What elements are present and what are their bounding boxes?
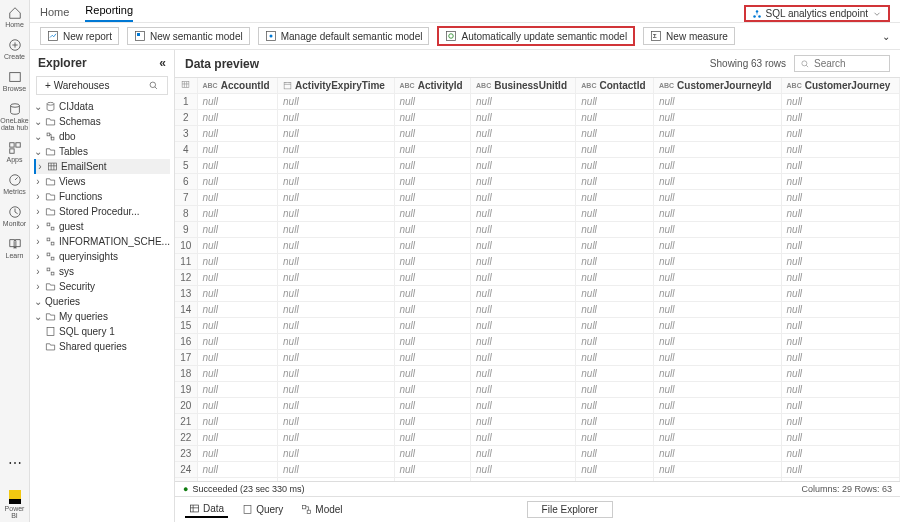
- tree-functions[interactable]: ›Functions: [34, 189, 170, 204]
- nav-monitor[interactable]: Monitor: [1, 202, 29, 230]
- toolbar-expand[interactable]: ⌄: [882, 31, 890, 42]
- tab-data[interactable]: Data: [185, 501, 228, 518]
- svg-text:Σ: Σ: [653, 33, 657, 39]
- tree-qi[interactable]: ›queryinsights: [34, 249, 170, 264]
- nav-browse[interactable]: Browse: [1, 67, 29, 95]
- tab-home[interactable]: Home: [40, 2, 69, 22]
- column-header[interactable]: ABCCustomerJourney: [781, 78, 899, 94]
- svg-rect-31: [51, 272, 54, 275]
- svg-rect-21: [47, 133, 50, 136]
- tree-sql1[interactable]: SQL query 1: [34, 324, 170, 339]
- table-row[interactable]: 1nullnullnullnullnullnullnull: [175, 94, 900, 110]
- auto-update-icon: [445, 30, 457, 42]
- tree-tables[interactable]: ⌄Tables: [34, 144, 170, 159]
- table-row[interactable]: 14nullnullnullnullnullnullnull: [175, 302, 900, 318]
- new-report-button[interactable]: New report: [40, 27, 119, 45]
- table-row[interactable]: 18nullnullnullnullnullnullnull: [175, 366, 900, 382]
- nav-more[interactable]: ⋯: [8, 455, 22, 471]
- svg-rect-32: [47, 327, 54, 335]
- toolbar: New report New semantic model Manage def…: [30, 22, 900, 50]
- warehouses-button[interactable]: + Warehouses: [36, 76, 168, 95]
- table-row[interactable]: 2nullnullnullnullnullnullnull: [175, 110, 900, 126]
- tree-cijdata[interactable]: ⌄CIJdata: [34, 99, 170, 114]
- data-grid[interactable]: ABCAccountIdActivityExpiryTimeABCActivit…: [175, 77, 900, 481]
- search-box[interactable]: [794, 55, 890, 72]
- tab-query[interactable]: Query: [238, 502, 287, 517]
- nav-onelake[interactable]: OneLake data hub: [1, 99, 29, 134]
- svg-rect-34: [182, 82, 189, 88]
- tree-queries[interactable]: ⌄Queries: [34, 294, 170, 309]
- table-row[interactable]: 10nullnullnullnullnullnullnull: [175, 238, 900, 254]
- svg-point-33: [802, 60, 807, 65]
- table-row[interactable]: 20nullnullnullnullnullnullnull: [175, 398, 900, 414]
- explorer-collapse[interactable]: «: [159, 56, 166, 70]
- table-row[interactable]: 22nullnullnullnullnullnullnull: [175, 430, 900, 446]
- tree-emailsent[interactable]: ›EmailSent: [34, 159, 170, 174]
- nav-powerbi[interactable]: Power BI: [1, 487, 29, 522]
- file-explorer-button[interactable]: File Explorer: [527, 501, 613, 518]
- cols-rows-text: Columns: 29 Rows: 63: [801, 484, 892, 494]
- table-row[interactable]: 9nullnullnullnullnullnullnull: [175, 222, 900, 238]
- tab-reporting[interactable]: Reporting: [85, 0, 133, 22]
- endpoint-dropdown[interactable]: SQL analytics endpoint: [744, 5, 890, 22]
- new-semantic-button[interactable]: New semantic model: [127, 27, 250, 45]
- table-row[interactable]: 8nullnullnullnullnullnullnull: [175, 206, 900, 222]
- table-row[interactable]: 13nullnullnullnullnullnullnull: [175, 286, 900, 302]
- folder-icon: [45, 176, 56, 187]
- tree-dbo[interactable]: ⌄dbo: [34, 129, 170, 144]
- column-header[interactable]: ABCActivityId: [394, 78, 471, 94]
- tree-guest[interactable]: ›guest: [34, 219, 170, 234]
- nav-learn[interactable]: Learn: [1, 234, 29, 262]
- tree-info[interactable]: ›INFORMATION_SCHE...: [34, 234, 170, 249]
- new-measure-button[interactable]: ΣNew measure: [643, 27, 735, 45]
- table-row[interactable]: 19nullnullnullnullnullnullnull: [175, 382, 900, 398]
- explorer-pane: Explorer « + Warehouses ⌄CIJdata ⌄Schema…: [30, 50, 175, 522]
- svg-point-19: [150, 82, 156, 88]
- browse-icon: [8, 70, 22, 84]
- report-icon: [47, 30, 59, 42]
- svg-rect-5: [9, 149, 13, 153]
- folder-icon: [45, 341, 56, 352]
- table-row[interactable]: 23nullnullnullnullnullnullnull: [175, 446, 900, 462]
- column-header[interactable]: ABCAccountId: [197, 78, 278, 94]
- table-row[interactable]: 21nullnullnullnullnullnullnull: [175, 414, 900, 430]
- search-input[interactable]: [814, 58, 884, 69]
- tab-model[interactable]: Model: [297, 502, 346, 517]
- nav-create[interactable]: Create: [1, 35, 29, 63]
- column-header[interactable]: ABCContactId: [576, 78, 654, 94]
- tree-security[interactable]: ›Security: [34, 279, 170, 294]
- svg-rect-24: [47, 223, 50, 226]
- table-row[interactable]: 12nullnullnullnullnullnullnull: [175, 270, 900, 286]
- table-row[interactable]: 17nullnullnullnullnullnullnull: [175, 350, 900, 366]
- table-row[interactable]: 15nullnullnullnullnullnullnull: [175, 318, 900, 334]
- table-row[interactable]: 7nullnullnullnullnullnullnull: [175, 190, 900, 206]
- table-row[interactable]: 6nullnullnullnullnullnullnull: [175, 174, 900, 190]
- nav-home[interactable]: Home: [1, 3, 29, 31]
- tree-sys[interactable]: ›sys: [34, 264, 170, 279]
- tree-myqueries[interactable]: ⌄My queries: [34, 309, 170, 324]
- table-row[interactable]: 16nullnullnullnullnullnullnull: [175, 334, 900, 350]
- nav-metrics[interactable]: Metrics: [1, 170, 29, 198]
- column-header[interactable]: ABCCustomerJourneyId: [653, 78, 781, 94]
- column-header[interactable]: ActivityExpiryTime: [278, 78, 394, 94]
- svg-point-8: [755, 10, 758, 13]
- left-nav-rail: Home Create Browse OneLake data hub Apps…: [0, 0, 30, 522]
- manage-default-button[interactable]: Manage default semantic model: [258, 27, 430, 45]
- tree-schemas[interactable]: ⌄Schemas: [34, 114, 170, 129]
- search-icon: [148, 80, 159, 91]
- table-row[interactable]: 5nullnullnullnullnullnullnull: [175, 158, 900, 174]
- tree-stored[interactable]: ›Stored Procedur...: [34, 204, 170, 219]
- table-row[interactable]: 3nullnullnullnullnullnullnull: [175, 126, 900, 142]
- svg-rect-37: [244, 505, 251, 513]
- column-header[interactable]: ABCBusinessUnitId: [471, 78, 576, 94]
- tree-shared[interactable]: Shared queries: [34, 339, 170, 354]
- tree-views[interactable]: ›Views: [34, 174, 170, 189]
- table-row[interactable]: 4nullnullnullnullnullnullnull: [175, 142, 900, 158]
- auto-update-button[interactable]: Automatically update semantic model: [437, 26, 635, 46]
- svg-point-15: [269, 35, 272, 38]
- nav-apps[interactable]: Apps: [1, 138, 29, 166]
- table-row[interactable]: 24nullnullnullnullnullnullnull: [175, 462, 900, 478]
- table-row[interactable]: 11nullnullnullnullnullnullnull: [175, 254, 900, 270]
- folder-icon: [45, 206, 56, 217]
- svg-rect-22: [51, 137, 54, 140]
